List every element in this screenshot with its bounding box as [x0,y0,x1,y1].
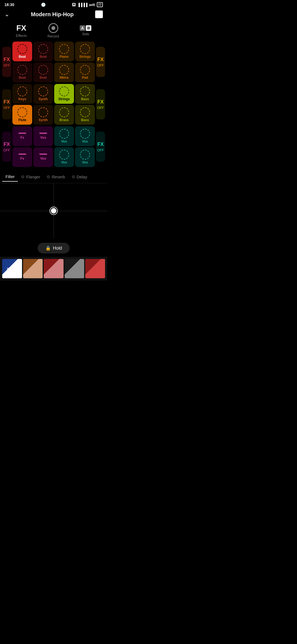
pad-3-6-dash [39,154,47,155]
tab-delay[interactable]: ⊙ Delay [68,172,90,181]
tab-filter[interactable]: Filter [2,172,18,182]
stop-button[interactable] [95,10,103,18]
pad-2-3[interactable]: Strings [54,84,74,104]
hold-lock-icon: 🔒 [45,245,51,251]
ad-banner[interactable]: WANGDI [0,257,107,280]
fx-left-2-label: FX [4,99,10,105]
pad-1-1-label: Beat [19,55,26,59]
pad-2-4[interactable]: Bass [75,84,95,104]
fx-right-1-label: FX [97,57,104,62]
status-bar: 18:30 🕐 ⛾ ▐▐▐▐ wifi 77 [0,0,107,8]
pad-1-2[interactable]: Beat [33,42,53,61]
pad-2-7-circle [59,107,69,117]
bluetooth-icon: ⛾ [72,3,76,7]
hold-button[interactable]: 🔒 Hold [38,243,70,253]
pad-2-4-circle [80,86,90,96]
ad-item-5[interactable] [85,259,105,278]
tab-flanger[interactable]: ⊙ Flanger [18,172,43,181]
record-icon [48,23,58,33]
fx-right-3-off: OFF [97,148,104,152]
pad-2-1[interactable]: Keys [12,84,32,104]
fx-right-2-off: OFF [97,106,104,110]
pad-3-7-label: Vox [61,161,67,164]
pad-3-3[interactable]: Vox [54,126,74,146]
pad-2-7[interactable]: Brass [54,105,74,125]
pad-2-2-label: Synth [38,97,48,101]
pad-3-7[interactable]: Vox [54,147,74,167]
fx-left-1[interactable]: FX OFF [2,47,11,77]
record-mode-sub: Record [48,34,59,38]
tab-reverb[interactable]: ⊙ Reverb [43,172,68,181]
row-group-1: FX OFF Beat Beat Piano Strings [2,42,105,82]
fx-left-2-off: OFF [4,106,10,110]
pad-1-5[interactable]: Beat [12,62,32,82]
pad-1-1[interactable]: Beat [12,42,32,61]
pad-2-1-label: Keys [18,97,26,101]
pad-1-3-label: Piano [60,55,69,59]
pad-1-3[interactable]: Piano [54,42,74,61]
pad-2-8-label: Bass [81,118,89,122]
mode-side[interactable]: A B Side [80,25,91,36]
fx-right-2-label: FX [97,99,104,105]
alarm-icon: 🕐 [41,2,46,7]
reverb-icon: ⊙ [47,174,50,179]
fx-left-3-off: OFF [4,148,10,152]
pad-1-6-label: Beat [40,76,47,80]
fx-right-3-label: FX [97,141,104,147]
fx-tabs: Filter ⊙ Flanger ⊙ Reverb ⊙ Delay [0,169,107,183]
flanger-icon: ⊙ [21,174,24,179]
pad-2-6-label: Synth [38,118,48,122]
back-button[interactable]: ⌄ [4,11,9,18]
pad-2-3-circle [59,86,69,96]
pad-2-6[interactable]: Synth [33,105,53,125]
pad-3-5[interactable]: Fx [12,147,32,167]
pad-2-3-label: Strings [58,97,70,101]
pad-3-1[interactable]: Fx [12,126,32,146]
wifi-icon: wifi [89,3,95,7]
pads-grid-1: Beat Beat Piano Strings Beat [12,42,95,82]
pad-1-8[interactable]: Pad [75,62,95,82]
pad-1-7[interactable]: Mbira [54,62,74,82]
pad-2-5[interactable]: Flute [12,105,32,125]
filter-knob[interactable] [50,207,57,214]
pad-3-1-label: Fx [20,136,24,140]
pad-1-7-circle [59,65,69,75]
pad-3-8-circle [80,150,90,160]
signal-icon: ▐▐▐▐ [77,3,87,7]
side-mode-sub: Side [82,32,89,36]
ad-item-1[interactable]: WANGDI [2,259,22,278]
mode-record[interactable]: Record [48,23,59,38]
pad-2-6-circle [38,107,48,117]
pad-1-8-circle [80,65,90,75]
fx-right-2[interactable]: FX OFF [96,89,105,119]
pad-3-6[interactable]: Vox [33,147,53,167]
fx-right-3[interactable]: FX OFF [96,132,105,162]
ad-item-3[interactable] [44,259,64,278]
filter-area[interactable] [0,183,107,238]
pad-3-6-label: Vox [40,157,46,160]
pad-2-1-circle [17,86,27,96]
fx-left-3[interactable]: FX OFF [2,132,11,162]
mode-fx[interactable]: FX Effects [16,24,27,38]
pad-2-2[interactable]: Synth [33,84,53,104]
ad-item-4[interactable] [65,259,84,278]
pad-3-8[interactable]: Vox [75,147,95,167]
pad-3-1-dash [18,133,26,134]
pad-1-6[interactable]: Beat [33,62,53,82]
fx-right-1[interactable]: FX OFF [96,47,105,77]
mode-bar: FX Effects Record A B Side [0,21,107,42]
row-group-3: FX OFF Fx Vox Vox Vox [2,126,105,167]
ad-item-2[interactable] [23,259,43,278]
pad-3-2[interactable]: Vox [33,126,53,146]
pad-3-4[interactable]: Vox [75,126,95,146]
pad-3-3-circle [59,129,69,139]
pad-2-5-circle [17,107,27,117]
fx-left-2[interactable]: FX OFF [2,89,11,119]
pad-1-4[interactable]: Strings [75,42,95,61]
pad-2-8[interactable]: Bass [75,105,95,125]
fx-mode-sub: Effects [16,34,27,38]
row-group-2: FX OFF Keys Synth Strings Bass [2,84,105,125]
flanger-tab-label: Flanger [26,174,40,179]
pad-1-8-label: Pad [82,76,88,80]
pad-2-8-circle [80,107,90,117]
